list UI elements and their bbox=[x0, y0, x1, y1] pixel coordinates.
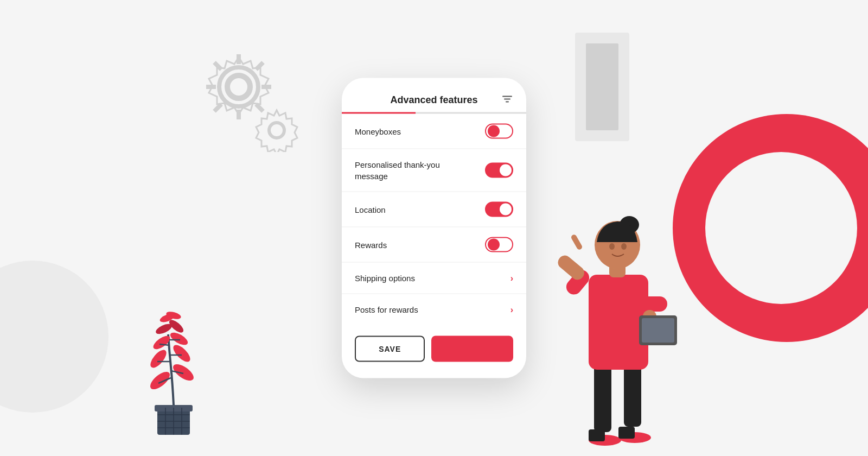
phone-buttons: SAVE bbox=[342, 325, 526, 362]
svg-rect-42 bbox=[618, 427, 635, 439]
svg-rect-44 bbox=[624, 362, 641, 427]
svg-line-9 bbox=[214, 104, 221, 111]
shipping-label: Shipping options bbox=[355, 273, 415, 284]
svg-point-24 bbox=[170, 361, 196, 384]
svg-rect-51 bbox=[570, 234, 583, 251]
rewards-label: Rewards bbox=[355, 239, 387, 250]
svg-point-11 bbox=[269, 123, 284, 138]
phone-mockup: Advanced features Moneyboxes bbox=[342, 78, 526, 378]
moneyboxes-label: Moneyboxes bbox=[355, 125, 401, 137]
svg-point-10 bbox=[228, 76, 250, 98]
filter-icon[interactable] bbox=[501, 94, 513, 107]
gear-small-icon bbox=[255, 109, 298, 152]
svg-rect-52 bbox=[637, 296, 667, 312]
svg-point-28 bbox=[168, 330, 189, 347]
settings-row-posts-for-rewards[interactable]: Posts for rewards › bbox=[342, 294, 526, 325]
person-illustration bbox=[553, 128, 694, 456]
location-toggle[interactable] bbox=[485, 202, 513, 217]
bg-circle-right-inner bbox=[705, 152, 857, 304]
svg-point-56 bbox=[609, 243, 615, 250]
svg-point-23 bbox=[148, 369, 173, 392]
svg-point-26 bbox=[170, 342, 193, 364]
settings-row-thank-you: Personalised thank-you message bbox=[342, 149, 526, 192]
door-inner bbox=[586, 43, 618, 130]
page-title: Advanced features bbox=[390, 94, 477, 106]
plant-decoration bbox=[119, 275, 228, 451]
svg-rect-43 bbox=[594, 362, 611, 432]
settings-row-shipping[interactable]: Shipping options › bbox=[342, 263, 526, 294]
person-svg bbox=[553, 128, 694, 454]
primary-button[interactable] bbox=[431, 336, 513, 362]
bg-circle-left bbox=[0, 261, 108, 413]
shipping-chevron-icon: › bbox=[510, 273, 513, 283]
settings-list: Moneyboxes Personalised thank-you messag… bbox=[342, 114, 526, 325]
rewards-toggle[interactable] bbox=[485, 237, 513, 252]
svg-point-25 bbox=[148, 347, 169, 370]
save-button[interactable]: SAVE bbox=[355, 336, 425, 362]
location-label: Location bbox=[355, 204, 386, 215]
phone-header: Advanced features bbox=[342, 94, 526, 112]
settings-row-moneyboxes: Moneyboxes bbox=[342, 114, 526, 149]
plant-svg bbox=[119, 275, 228, 448]
thank-you-label: Personalised thank-you message bbox=[355, 159, 452, 182]
settings-row-location: Location bbox=[342, 192, 526, 227]
posts-for-rewards-label: Posts for rewards bbox=[355, 304, 418, 315]
posts-for-rewards-chevron-icon: › bbox=[510, 305, 513, 314]
moneyboxes-toggle[interactable] bbox=[485, 124, 513, 139]
settings-row-rewards: Rewards bbox=[342, 227, 526, 263]
svg-rect-55 bbox=[642, 318, 674, 343]
thank-you-toggle[interactable] bbox=[485, 163, 513, 178]
phone-screen: Advanced features Moneyboxes bbox=[342, 78, 526, 378]
svg-point-57 bbox=[621, 243, 627, 250]
